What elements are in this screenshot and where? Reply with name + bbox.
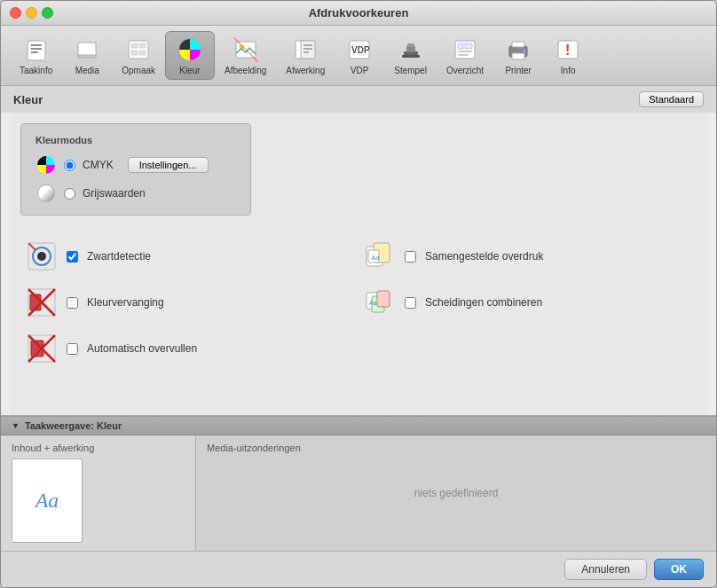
svg-text:VDP: VDP — [351, 45, 370, 55]
svg-rect-8 — [139, 43, 146, 48]
task-header-title: Taakweergave: Kleur — [25, 420, 122, 431]
taakinfo-label: Taakinfo — [20, 66, 52, 75]
vdp-icon: VDP — [345, 35, 374, 64]
kleurmodus-label: Kleurmodus — [35, 135, 236, 145]
svg-rect-0 — [28, 41, 45, 60]
scheidingen-combineren-row: Aa Scheidingen combineren — [358, 279, 697, 325]
info-icon: ! — [554, 35, 582, 64]
opmaak-label: Opmaak — [122, 66, 155, 75]
vdp-label: VDP — [351, 66, 369, 75]
grijswaarden-radio[interactable] — [64, 188, 75, 200]
kleurvervanging-row: Kleurvervanging — [20, 279, 358, 325]
zwartdetectie-icon — [26, 240, 58, 272]
cmyk-radio[interactable] — [64, 160, 75, 171]
scheidingen-combineren-icon: Aa — [364, 286, 396, 318]
close-button[interactable] — [10, 7, 21, 19]
task-right-label: Media-uitzonderingen — [207, 443, 301, 453]
window-controls — [10, 7, 53, 19]
automatisch-overvullen-row: Automatisch overvullen — [20, 325, 358, 372]
media-label: Media — [75, 66, 99, 75]
panel-title: Kleur — [13, 93, 43, 106]
standard-button[interactable]: Standaard — [639, 91, 704, 107]
svg-rect-9 — [131, 51, 138, 55]
svg-rect-5 — [78, 55, 96, 58]
panel-header: Kleur Standaard — [1, 86, 716, 113]
kleur-icon — [176, 35, 204, 64]
svg-rect-24 — [402, 55, 420, 58]
scheidingen-combineren-checkbox[interactable] — [405, 297, 416, 309]
window-title: Afdrukvoorkeuren — [309, 6, 409, 20]
svg-rect-28 — [458, 51, 472, 52]
svg-rect-7 — [131, 43, 138, 48]
gray-color-icon — [35, 183, 57, 204]
afbeelding-label: Afbeelding — [225, 66, 266, 75]
overzicht-icon — [451, 35, 479, 64]
task-left-label: Inhoud + afwerking — [12, 443, 185, 453]
printer-label: Printer — [505, 66, 531, 75]
kleurvervanging-checkbox[interactable] — [67, 297, 78, 309]
zwartdetectie-checkbox[interactable] — [67, 251, 78, 263]
samengestelde-overdruk-icon: Aa — [364, 240, 396, 272]
svg-rect-50 — [377, 291, 390, 307]
opmaak-icon — [124, 35, 153, 64]
info-label: Info — [561, 66, 576, 75]
cancel-button[interactable]: Annuleren — [564, 559, 647, 580]
preview-text: Aa — [35, 489, 59, 513]
toolbar-item-opmaak[interactable]: Opmaak — [112, 31, 165, 80]
toolbar-item-kleur[interactable]: Kleur — [165, 31, 215, 80]
ok-button[interactable]: OK — [654, 559, 704, 580]
titlebar: Afdrukvoorkeuren — [1, 1, 716, 26]
svg-text:!: ! — [565, 43, 570, 58]
collapse-icon[interactable]: ▼ — [12, 421, 20, 430]
toolbar-item-overzicht[interactable]: Overzicht — [437, 31, 493, 80]
task-section: ▼ Taakweergave: Kleur Inhoud + afwerking… — [1, 415, 716, 551]
svg-point-33 — [524, 50, 526, 52]
svg-rect-23 — [407, 43, 414, 47]
kleur-label: Kleur — [179, 66, 200, 75]
samengestelde-overdruk-label: Samengestelde overdruk — [425, 250, 543, 263]
toolbar-item-afwerking[interactable]: Afwerking — [276, 31, 335, 80]
kleurvervanging-label: Kleurvervanging — [87, 296, 164, 309]
svg-rect-27 — [465, 43, 472, 49]
automatisch-overvullen-checkbox[interactable] — [67, 343, 78, 355]
preview-card: Aa — [12, 459, 83, 543]
svg-rect-10 — [139, 51, 146, 55]
afwerking-icon — [291, 35, 319, 64]
toolbar-item-taakinfo[interactable]: Taakinfo — [10, 31, 62, 80]
svg-rect-32 — [512, 53, 524, 59]
scheidingen-combineren-label: Scheidingen combineren — [425, 296, 542, 309]
automatisch-overvullen-icon — [26, 333, 58, 365]
svg-rect-22 — [406, 46, 415, 52]
toolbar-item-afbeelding[interactable]: Afbeelding — [215, 31, 276, 80]
automatisch-overvullen-label: Automatisch overvullen — [87, 342, 197, 355]
cmyk-row: CMYK Instellingen... — [35, 154, 236, 176]
samengestelde-overdruk-checkbox[interactable] — [405, 251, 416, 263]
svg-rect-29 — [458, 54, 469, 56]
svg-text:Aa: Aa — [368, 300, 377, 306]
toolbar-item-stempel[interactable]: Stempel — [384, 31, 437, 80]
toolbar-item-media[interactable]: Media — [62, 31, 112, 80]
minimize-button[interactable] — [26, 7, 37, 19]
footer: Annuleren OK — [1, 551, 716, 587]
afbeelding-icon — [232, 35, 260, 64]
instellingen-button[interactable]: Instellingen... — [128, 157, 209, 173]
grijswaarden-row: Grijswaarden — [35, 183, 236, 204]
printer-icon — [504, 35, 532, 64]
undefined-text: niets gedefinieerd — [414, 487, 499, 499]
task-left-panel: Inhoud + afwerking Aa — [1, 435, 196, 551]
svg-rect-31 — [512, 42, 524, 47]
zwartdetectie-row: Zwartdetectie — [20, 233, 358, 279]
zwartdetectie-label: Zwartdetectie — [87, 250, 151, 263]
options-grid: Zwartdetectie Aa Samengestelde overdruk — [20, 233, 697, 372]
main-window: Afdrukvoorkeuren Taakinfo — [0, 0, 717, 588]
svg-rect-15 — [301, 41, 315, 59]
kleurvervanging-icon — [26, 286, 58, 318]
toolbar-item-printer[interactable]: Printer — [493, 31, 543, 80]
grijswaarden-label: Grijswaarden — [83, 187, 146, 200]
samengestelde-overdruk-row: Aa Samengestelde overdruk — [358, 233, 697, 279]
toolbar-item-info[interactable]: ! Info — [543, 31, 593, 80]
cmyk-label: CMYK — [83, 159, 114, 171]
toolbar-item-vdp[interactable]: VDP VDP — [335, 31, 384, 80]
maximize-button[interactable] — [42, 7, 53, 19]
overzicht-label: Overzicht — [446, 66, 484, 75]
